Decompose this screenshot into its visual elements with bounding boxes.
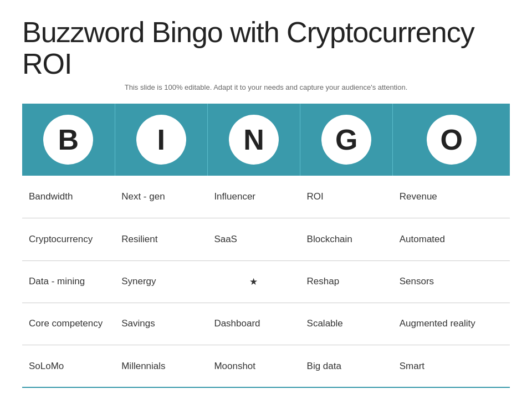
table-row: CryptocurrencyResilientSaaSBlockchainAut…	[22, 218, 510, 260]
table-cell: Moonshot	[207, 345, 300, 387]
table-cell: Resilient	[115, 218, 207, 260]
bingo-letter-b: B	[43, 115, 93, 165]
table-cell: Revenue	[393, 176, 510, 218]
header-row: B I N G O	[22, 104, 510, 176]
header-o: O	[393, 104, 510, 176]
table-row: Data - miningSynergy★ReshapSensors	[22, 260, 510, 303]
table-cell: Savings	[115, 303, 207, 345]
table-row: BandwidthNext - genInfluencerROIRevenue	[22, 176, 510, 218]
table-cell: Core competency	[22, 303, 115, 345]
table-cell: Automated	[393, 218, 510, 260]
header-g: G	[300, 104, 393, 176]
table-row: SoLoMoMillennialsMoonshotBig dataSmart	[22, 345, 510, 387]
page-title: Buzzword Bingo with Cryptocurrency ROI	[22, 17, 510, 80]
table-cell: Smart	[393, 345, 510, 387]
table-row: Core competencySavingsDashboardScalableA…	[22, 303, 510, 345]
table-cell: Bandwidth	[22, 176, 115, 218]
table-cell: ROI	[300, 176, 393, 218]
bingo-letter-o: O	[427, 115, 477, 165]
subtitle: This slide is 100% editable. Adapt it to…	[22, 83, 510, 91]
table-cell: SaaS	[207, 218, 300, 260]
bingo-letter-i: I	[136, 115, 186, 165]
table-cell: Augmented reality	[393, 303, 510, 345]
header-b: B	[22, 104, 115, 176]
table-cell: Sensors	[393, 260, 510, 303]
bingo-body: BandwidthNext - genInfluencerROIRevenueC…	[22, 176, 510, 387]
table-cell: Blockchain	[300, 218, 393, 260]
table-cell: SoLoMo	[22, 345, 115, 387]
page: Buzzword Bingo with Cryptocurrency ROI T…	[0, 0, 532, 399]
bingo-letter-g: G	[321, 115, 371, 165]
bingo-letter-n: N	[229, 115, 279, 165]
bingo-table: B I N G O BandwidthNext - genInfluencerR…	[22, 104, 510, 388]
table-cell: Data - mining	[22, 260, 115, 303]
table-cell: Next - gen	[115, 176, 207, 218]
table-cell: Scalable	[300, 303, 393, 345]
table-cell: Cryptocurrency	[22, 218, 115, 260]
header-n: N	[207, 104, 300, 176]
table-cell: Synergy	[115, 260, 207, 303]
table-cell: Dashboard	[207, 303, 300, 345]
table-cell: Influencer	[207, 176, 300, 218]
header-i: I	[115, 104, 207, 176]
table-cell: ★	[207, 260, 300, 303]
table-cell: Reshap	[300, 260, 393, 303]
table-cell: Big data	[300, 345, 393, 387]
table-cell: Millennials	[115, 345, 207, 387]
